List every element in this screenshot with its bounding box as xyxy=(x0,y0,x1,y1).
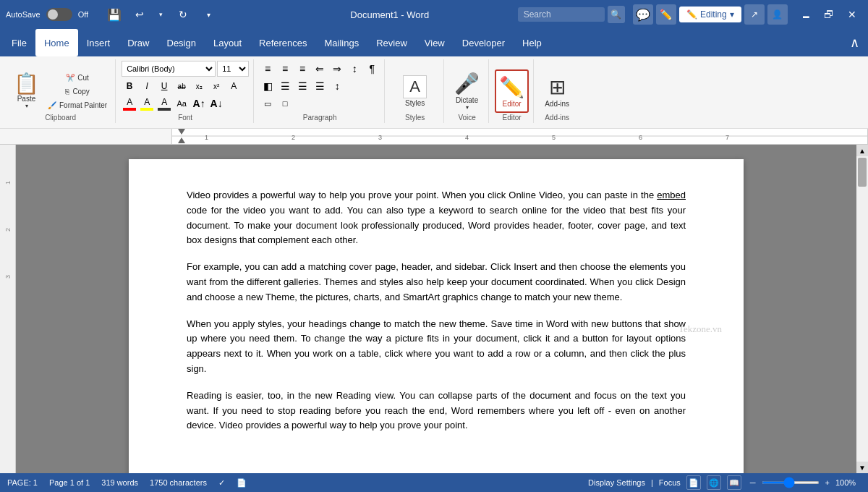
menu-draw[interactable]: Draw xyxy=(119,29,158,56)
superscript-button[interactable]: x² xyxy=(208,78,224,94)
profile-button[interactable]: 👤 xyxy=(767,4,788,25)
menu-insert[interactable]: Insert xyxy=(78,29,119,56)
undo-button[interactable]: ↩ xyxy=(129,4,150,25)
view-print-button[interactable]: 📄 xyxy=(686,475,701,490)
autosave-knob xyxy=(48,9,58,20)
view-read-button[interactable]: 📖 xyxy=(727,475,741,490)
decrease-indent-button[interactable]: ⇐ xyxy=(312,61,328,77)
bullets-button[interactable]: ≡ xyxy=(260,61,276,77)
title-bar-center: Document1 - Word xyxy=(262,9,518,20)
borders-button[interactable]: □ xyxy=(277,96,293,111)
focus-label[interactable]: Focus xyxy=(659,478,681,487)
document-scroll[interactable]: Video provides a powerful way to help yo… xyxy=(16,145,856,473)
svg-text:3: 3 xyxy=(378,134,382,141)
customize-quick-access[interactable]: ▾ xyxy=(199,4,219,25)
menu-references[interactable]: References xyxy=(250,29,315,56)
ribbon-collapse-button[interactable]: ∧ xyxy=(844,29,865,56)
menu-home[interactable]: Home xyxy=(35,29,78,56)
sort-button[interactable]: ↕ xyxy=(346,61,362,77)
subscript-button[interactable]: x₂ xyxy=(191,78,207,94)
save-button[interactable]: 💾 xyxy=(105,5,124,24)
strikethrough-button[interactable]: ab xyxy=(174,78,190,94)
justify-button[interactable]: ☰ xyxy=(312,78,328,94)
status-left: PAGE: 1 Page 1 of 1 319 words 1750 chara… xyxy=(7,478,576,488)
autosave-state: Off xyxy=(78,10,88,19)
copy-button[interactable]: ⎘ Copy xyxy=(44,85,111,98)
display-settings-button[interactable]: Display Settings xyxy=(588,478,645,487)
addins-label: Add-ins xyxy=(545,114,569,122)
format-painter-button[interactable]: 🖌️ Format Painter xyxy=(44,99,111,111)
menu-help[interactable]: Help xyxy=(514,29,550,56)
styles-button[interactable]: A Styles xyxy=(399,69,431,113)
styles-group: A Styles Styles xyxy=(386,59,444,123)
autosave-toggle[interactable] xyxy=(46,8,72,21)
text-shade-button[interactable]: A xyxy=(156,96,172,111)
clear-format-button[interactable]: A xyxy=(226,78,242,94)
undo-dropdown[interactable]: ▾ xyxy=(151,4,171,25)
underline-button[interactable]: U xyxy=(156,78,172,94)
vertical-scrollbar[interactable]: ▲ ▼ xyxy=(856,145,868,473)
italic-button[interactable]: I xyxy=(139,78,155,94)
redo-button[interactable]: ↻ xyxy=(173,4,193,25)
highlight-color-button[interactable]: A xyxy=(139,96,155,111)
font-size-select[interactable]: 11 xyxy=(217,61,249,77)
show-hide-button[interactable]: ¶ xyxy=(364,61,380,77)
font-color-button[interactable]: A xyxy=(122,96,137,111)
close-button[interactable]: ✕ xyxy=(842,4,862,25)
comments-button[interactable]: 💬 xyxy=(633,4,653,25)
status-right: Display Settings | Focus 📄 🌐 📖 ─ + 100% xyxy=(588,475,861,490)
autosave-label: AutoSave xyxy=(6,10,41,19)
editor-button[interactable]: ✏️ Editor xyxy=(495,69,529,113)
increase-indent-button[interactable]: ⇒ xyxy=(329,61,345,77)
menu-bar: File Home Insert Draw Design Layout Refe… xyxy=(0,29,868,56)
menu-mailings[interactable]: Mailings xyxy=(316,29,368,56)
scroll-thumb[interactable] xyxy=(858,158,867,187)
view-web-button[interactable]: 🌐 xyxy=(707,475,721,490)
cut-button[interactable]: ✂️ Cut xyxy=(44,72,111,84)
minimize-button[interactable]: 🗕 xyxy=(796,4,816,25)
multilevel-button[interactable]: ≡ xyxy=(294,61,310,77)
shading-button[interactable]: ▭ xyxy=(260,96,276,111)
embed-link[interactable]: embed xyxy=(657,190,686,200)
document-page[interactable]: Video provides a powerful way to help yo… xyxy=(129,159,744,473)
zoom-slider[interactable] xyxy=(762,481,820,484)
restore-button[interactable]: 🗗 xyxy=(819,4,839,25)
shrink-font-button[interactable]: A↓ xyxy=(208,96,224,111)
paste-button[interactable]: 📋 Paste ▾ xyxy=(10,69,43,113)
menu-developer[interactable]: Developer xyxy=(454,29,514,56)
svg-text:4: 4 xyxy=(465,134,469,141)
addins-icon: ⊞ xyxy=(549,75,566,99)
search-input[interactable] xyxy=(518,7,605,22)
menu-file[interactable]: File xyxy=(3,29,35,56)
search-icon[interactable]: 🔍 xyxy=(608,6,625,23)
document-title: Document1 - Word xyxy=(350,9,429,20)
align-right-button[interactable]: ☰ xyxy=(294,78,310,94)
bold-button[interactable]: B xyxy=(122,78,137,94)
track-changes-icon[interactable]: 📄 xyxy=(237,478,247,488)
change-case-button[interactable]: Aa xyxy=(174,96,190,111)
center-button[interactable]: ☰ xyxy=(277,78,293,94)
ruler-scale[interactable]: 1 2 3 4 5 6 7 xyxy=(171,129,868,144)
editing-button[interactable]: ✏️ Editing ▾ xyxy=(679,7,741,22)
line-spacing-button[interactable]: ↕ xyxy=(329,78,345,94)
numbering-button[interactable]: ≡ xyxy=(277,61,293,77)
menu-design[interactable]: Design xyxy=(158,29,205,56)
paragraph-4: Reading is easier, too, in the new Readi… xyxy=(187,389,686,433)
ribbon: 📋 Paste ▾ ✂️ Cut ⎘ Copy 🖌️ Format Painte… xyxy=(0,56,868,129)
ribbon-display-button[interactable]: ✏️ xyxy=(656,4,676,25)
grow-font-button[interactable]: A↑ xyxy=(191,96,207,111)
align-left-button[interactable]: ◧ xyxy=(260,78,276,94)
menu-layout[interactable]: Layout xyxy=(205,29,250,56)
scroll-up-button[interactable]: ▲ xyxy=(856,145,868,156)
menu-review[interactable]: Review xyxy=(367,29,416,56)
font-family-select[interactable]: Calibri (Body) xyxy=(122,61,216,77)
addins-button[interactable]: ⊞ Add-ins xyxy=(541,69,573,113)
dictate-button[interactable]: 🎤 Dictate ▾ xyxy=(451,69,483,113)
focus-button[interactable]: | xyxy=(651,478,653,487)
share-button[interactable]: ↗ xyxy=(744,4,765,25)
status-bar: PAGE: 1 Page 1 of 1 319 words 1750 chara… xyxy=(0,473,868,492)
proofing-icon[interactable]: ✓ xyxy=(218,478,225,488)
scroll-down-button[interactable]: ▼ xyxy=(856,462,868,473)
menu-view[interactable]: View xyxy=(416,29,454,56)
zoom-level[interactable]: 100% xyxy=(835,478,861,487)
